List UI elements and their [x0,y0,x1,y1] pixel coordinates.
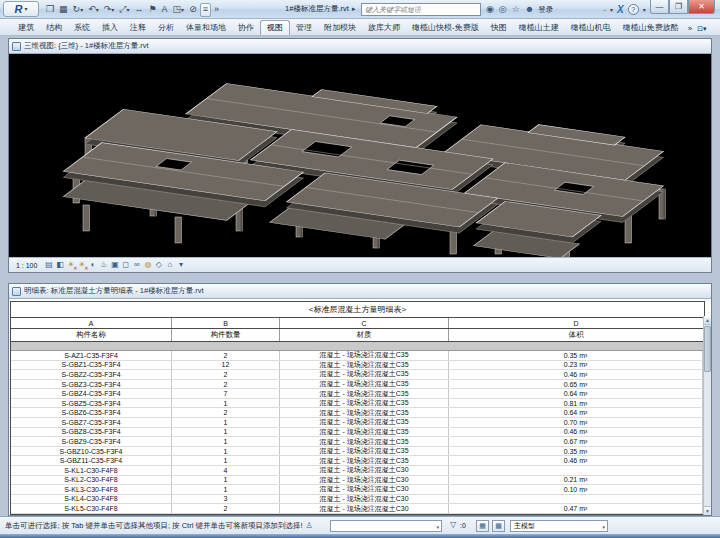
component-name-cell[interactable]: S-GBZ2-C35-F3F4 [11,370,172,379]
ribbon-state-toggle-icon[interactable]: ⊡▾ [695,23,708,35]
section-icon[interactable]: ⊘ [187,3,199,17]
title-bar[interactable]: R ▾ ❒▦↻▾↶▾↷▾⤢▾↔⚑A◳▾⊘≡» 1#楼标准层方量.rvt ▸ ◉◎… [0,0,720,19]
sync-with-central-icon[interactable]: ↻▾ [71,3,86,17]
ribbon-tab-快图[interactable]: 快图 [485,21,513,35]
ribbon-tab-橄榄山土建[interactable]: 橄榄山土建 [513,21,565,35]
sun-settings-icon[interactable]: ☀✕ [76,261,87,269]
reveal-hidden-elements-icon[interactable]: ◍ [142,261,153,269]
volume-cell[interactable]: 0.21 m³ [449,476,703,485]
help-caret-icon[interactable]: ▾ [643,7,646,13]
volume-cell[interactable]: 0.35 m³ [449,447,703,456]
application-menu-button[interactable]: R ▾ [3,1,39,17]
tag-by-category-icon[interactable]: ⚑ [147,3,159,17]
volume-cell[interactable]: 0.70 m³ [449,418,703,427]
component-name-cell[interactable]: S-KL5-C30-F4F8 [11,504,172,513]
ribbon-tab-体量和场地[interactable]: 体量和场地 [180,21,232,35]
component-count-cell[interactable]: 2 [172,408,280,417]
volume-cell[interactable]: 0.64 m³ [449,389,703,398]
maximize-button[interactable]: ❐ [669,0,688,14]
material-cell[interactable]: 混凝土 - 现场浇注混凝土C35 [280,456,449,465]
component-count-cell[interactable]: 1 [172,456,280,465]
scroll-thumb[interactable] [704,326,711,372]
component-name-cell[interactable]: S-GBZ6-C35-F3F4 [11,408,172,417]
component-count-cell[interactable]: 1 [172,428,280,437]
volume-cell[interactable]: 0.65 m³ [449,380,703,389]
search-input[interactable] [361,3,481,16]
component-count-cell[interactable]: 1 [172,418,280,427]
thin-lines-icon[interactable]: ≡ [200,3,211,17]
ribbon-tab-橄榄山快模-免费版[interactable]: 橄榄山快模-免费版 [406,21,485,35]
component-name-cell[interactable]: S-AZ1-C35-F3F4 [11,351,172,360]
crop-view-icon[interactable]: ▣ [109,261,120,269]
component-name-cell[interactable]: S-KL4-C30-F4F8 [11,495,172,504]
component-name-cell[interactable]: S-GBZ1-C35-F3F4 [11,361,172,370]
qat-customize-icon[interactable]: » [212,3,221,17]
component-count-cell[interactable]: 2 [172,380,280,389]
help-icon[interactable]: ? [628,4,639,15]
component-count-cell[interactable]: 2 [172,351,280,360]
volume-cell[interactable]: 0.47 m³ [449,504,703,513]
material-cell[interactable]: 混凝土 - 现场浇注混凝土C30 [280,504,449,513]
material-cell[interactable]: 混凝土 - 现场浇注混凝土C35 [280,351,449,360]
ribbon-tab-建筑[interactable]: 建筑 [12,21,40,35]
signin-caret-icon[interactable]: ▾ [610,7,613,13]
volume-cell[interactable]: 0.46 m³ [449,370,703,379]
column-letter-C[interactable]: C [280,318,449,328]
volume-cell[interactable] [449,495,703,504]
component-name-cell[interactable]: S-KL1-C30-F4F8 [11,466,172,475]
component-name-cell[interactable]: S-GBZ10-C35-F3F4 [11,447,172,456]
component-count-cell[interactable]: 1 [172,399,280,408]
component-count-cell[interactable]: 1 [172,485,280,494]
editable-only-toggle[interactable]: ▦ [476,520,489,532]
volume-cell[interactable]: 0.67 m³ [449,437,703,446]
ribbon-tab-附加模块[interactable]: 附加模块 [318,21,362,35]
crop-region-visibility-icon[interactable]: ◻ [120,261,131,269]
search-icon[interactable]: ◉ [486,5,494,14]
material-cell[interactable]: 混凝土 - 现场浇注混凝土C35 [280,428,449,437]
default-3d-view-icon[interactable]: ◳▾ [171,3,187,17]
component-count-cell[interactable]: 4 [172,466,280,475]
material-cell[interactable]: 混凝土 - 现场浇注混凝土C30 [280,495,449,504]
ribbon-tab-橄榄山免费族酷[interactable]: 橄榄山免费族酷 [617,21,685,35]
press-drag-toggle[interactable]: ▩ [492,520,505,532]
undo-icon[interactable]: ↶▾ [86,3,101,17]
ribbon-tab-协作[interactable]: 协作 [232,21,260,35]
infocenter-expand-icon[interactable]: ▸ [352,5,356,13]
volume-cell[interactable]: 0.10 m³ [449,485,703,494]
visual-style-icon[interactable]: ◧ [54,261,65,269]
scroll-up-icon[interactable]: ▲ [704,316,711,325]
component-count-cell[interactable]: 12 [172,361,280,370]
favorites-icon[interactable]: ☆ [512,5,520,14]
component-name-cell[interactable]: S-KL2-C30-F4F8 [11,476,172,485]
component-count-cell[interactable]: 3 [172,495,280,504]
ribbon-tab-注释[interactable]: 注释 [124,21,152,35]
close-button[interactable]: ✕ [688,0,715,14]
material-cell[interactable]: 混凝土 - 现场浇注混凝土C30 [280,485,449,494]
sun-path-icon[interactable]: ☀✕ [65,261,76,269]
redo-icon[interactable]: ↷▾ [102,3,117,17]
ribbon-tab-分析[interactable]: 分析 [152,21,180,35]
ribbon-tab-插入[interactable]: 插入 [96,21,124,35]
rendering-dialog-icon[interactable]: ♨ [98,261,109,269]
ribbon-tab-结构[interactable]: 结构 [40,21,68,35]
volume-cell[interactable]: 0.35 m³ [449,351,703,360]
component-name-cell[interactable]: S-GBZ8-C35-F3F4 [11,428,172,437]
filter-icon[interactable]: ▽ [450,520,456,529]
component-count-cell[interactable]: 2 [172,504,280,513]
column-letter-B[interactable]: B [172,318,280,328]
component-name-cell[interactable]: S-GBZ4-C35-F3F4 [11,389,172,398]
material-cell[interactable]: 混凝土 - 现场浇注混凝土C35 [280,418,449,427]
aligned-dimension-icon[interactable]: ↔ [133,3,146,17]
scale-button[interactable]: 1 : 100 [13,262,40,269]
detail-level-icon[interactable]: ▤ [43,261,54,269]
view-window-titlebar[interactable]: 三维视图: {三维} - 1#楼标准层方量.rvt [9,39,711,54]
ribbon-tabs-overflow-icon[interactable]: » [685,22,695,35]
material-cell[interactable]: 混凝土 - 现场浇注混凝土C35 [280,370,449,379]
shadows-icon[interactable]: ◐ [87,261,98,269]
schedule-window-titlebar[interactable]: 明细表: 标准层混凝土方量明细表 - 1#楼标准层方量.rvt [9,284,711,299]
scroll-down-icon[interactable]: ▼ [704,506,711,515]
text-icon[interactable]: A [160,3,170,17]
ribbon-tab-系统[interactable]: 系统 [68,21,96,35]
communication-center-icon[interactable]: ◎ [499,5,507,14]
material-cell[interactable]: 混凝土 - 现场浇注混凝土C35 [280,437,449,446]
